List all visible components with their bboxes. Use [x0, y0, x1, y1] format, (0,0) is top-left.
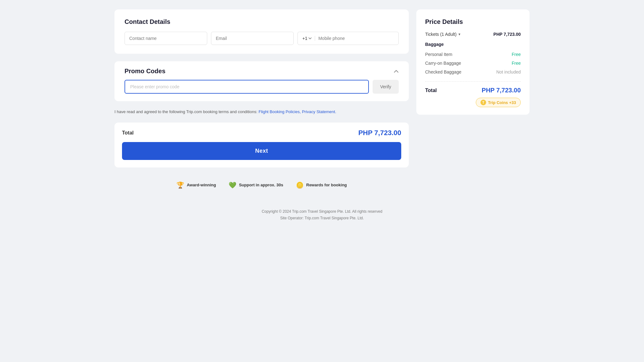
phone-code[interactable]: +1 [302, 36, 315, 41]
chevron-down-icon [308, 37, 312, 40]
mobile-phone-input[interactable] [315, 32, 394, 45]
footer-line1: Copyright © 2024 Trip.com Travel Singapo… [0, 208, 644, 215]
terms-text: I have read and agreed to the following … [114, 109, 409, 115]
total-next-card: Total PHP 7,723.00 Next [114, 123, 409, 167]
contact-details-section: Contact Details +1 [114, 9, 409, 54]
baggage-row-personal: Personal Item Free [425, 50, 521, 59]
promo-header: Promo Codes [125, 68, 399, 75]
checked-value: Not included [496, 69, 521, 74]
personal-item-value: Free [512, 52, 521, 57]
terms-link[interactable]: Flight Booking Policies, Privacy Stateme… [258, 109, 336, 114]
total-label: Total [122, 130, 134, 136]
badge-award: 🏆 Award-winning [176, 181, 216, 189]
badge-award-label: Award-winning [187, 183, 216, 187]
tickets-label[interactable]: Tickets (1 Adult) ▾ [425, 32, 460, 37]
carryon-label: Carry-on Baggage [425, 61, 461, 66]
coin-icon: T [480, 100, 486, 105]
baggage-label: Baggage [425, 42, 521, 47]
baggage-row-carryon: Carry-on Baggage Free [425, 59, 521, 68]
award-icon: 🏆 [176, 181, 184, 189]
badge-rewards-label: Rewards for booking [306, 183, 347, 187]
checked-label: Checked Baggage [425, 69, 461, 74]
badges-row: 🏆 Award-winning 💚 Support in approx. 30s… [114, 175, 409, 191]
price-total-amount: PHP 7,723.00 [482, 87, 521, 94]
carryon-value: Free [512, 61, 521, 66]
footer: Copyright © 2024 Trip.com Travel Singapo… [0, 201, 644, 227]
trip-coins-label: Trip Coins +33 [488, 100, 516, 105]
price-total-row: Total PHP 7,723.00 [425, 87, 521, 94]
trip-coins-pill: T Trip Coins +33 [476, 98, 521, 107]
contact-details-title: Contact Details [125, 18, 399, 25]
badge-rewards: 🪙 Rewards for booking [296, 181, 347, 189]
tickets-row: Tickets (1 Adult) ▾ PHP 7,723.00 [425, 32, 521, 37]
promo-title: Promo Codes [125, 68, 165, 75]
phone-field: +1 [297, 32, 399, 45]
promo-input-row: Verify [125, 80, 399, 94]
personal-item-label: Personal Item [425, 52, 452, 57]
tickets-amount: PHP 7,723.00 [493, 32, 521, 37]
price-total-label: Total [425, 88, 437, 93]
promo-code-input[interactable] [125, 80, 369, 94]
contact-fields-row: +1 [125, 32, 399, 45]
email-input[interactable] [211, 32, 294, 45]
badge-support-label: Support in approx. 30s [239, 183, 283, 187]
rewards-icon: 🪙 [296, 181, 304, 189]
price-sidebar: Price Details Tickets (1 Adult) ▾ PHP 7,… [416, 9, 530, 115]
tickets-chevron-icon: ▾ [458, 32, 460, 36]
total-amount: PHP 7,723.00 [358, 129, 401, 137]
price-details-title: Price Details [425, 18, 521, 25]
promo-section: Promo Codes Verify [114, 61, 409, 101]
footer-line2: Site Operator: Trip.com Travel Singapore… [0, 215, 644, 222]
support-icon: 💚 [229, 181, 236, 189]
verify-button[interactable]: Verify [373, 80, 399, 94]
contact-name-input[interactable] [125, 32, 207, 45]
promo-chevron-icon[interactable] [394, 69, 399, 74]
total-row: Total PHP 7,723.00 [122, 129, 401, 137]
price-divider [425, 81, 521, 82]
trip-coins-badge: T Trip Coins +33 [425, 98, 521, 107]
next-button[interactable]: Next [122, 142, 401, 160]
badge-support: 💚 Support in approx. 30s [229, 181, 283, 189]
baggage-row-checked: Checked Baggage Not included [425, 68, 521, 76]
